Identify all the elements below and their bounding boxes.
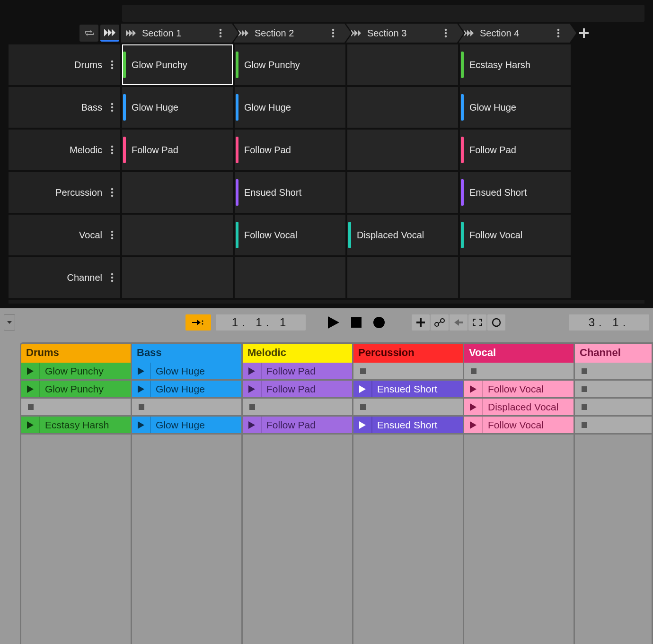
play-all-button[interactable] [100, 25, 119, 42]
empty-area[interactable] [575, 435, 653, 644]
session-clip[interactable]: Follow Vocal [464, 381, 574, 399]
clip-slot-empty[interactable] [460, 257, 571, 298]
clip-slot-empty[interactable] [235, 257, 345, 298]
clip-slot[interactable]: Displaced Vocal [347, 215, 458, 255]
session-clip[interactable]: Glow Huge [132, 381, 241, 399]
clip-play-button[interactable] [21, 417, 40, 433]
play-section-icon[interactable] [238, 28, 249, 38]
clip-slot-empty[interactable] [347, 172, 458, 213]
section-header-4[interactable]: Section 4 [459, 24, 570, 43]
clip-slot[interactable]: Follow Pad [122, 130, 233, 170]
clip-play-button[interactable] [353, 417, 372, 433]
clip-slot[interactable]: Ecstasy Harsh [460, 44, 571, 85]
session-clip[interactable]: Follow Vocal [464, 417, 574, 435]
clip-stop-button[interactable] [464, 363, 483, 379]
session-clip[interactable]: Ecstasy Harsh [21, 417, 131, 435]
session-clip-stop[interactable] [21, 399, 131, 417]
clip-slot[interactable]: Follow Vocal [460, 215, 571, 255]
overdub-button[interactable] [412, 314, 430, 331]
clip-play-button[interactable] [464, 381, 483, 397]
clip-slot-empty[interactable] [347, 130, 458, 170]
position-display-1[interactable]: 1. 1. 1 [216, 314, 306, 331]
clip-play-button[interactable] [464, 399, 483, 415]
follow-button[interactable] [185, 314, 211, 331]
session-clip-stop[interactable] [575, 399, 653, 417]
reenable-button[interactable] [450, 314, 468, 331]
record-button[interactable] [370, 314, 388, 331]
empty-area[interactable] [243, 435, 352, 644]
track-header-bass[interactable]: Bass [9, 87, 120, 128]
session-clip[interactable]: Follow Pad [243, 417, 352, 435]
track-menu-button[interactable] [111, 188, 114, 197]
clip-stop-button[interactable] [575, 381, 594, 397]
section-menu-button[interactable] [214, 28, 227, 38]
clip-stop-button[interactable] [353, 363, 372, 379]
clip-slot-empty[interactable] [347, 87, 458, 128]
empty-area[interactable] [21, 435, 131, 644]
session-clip-stop[interactable] [353, 399, 463, 417]
view-dropdown[interactable] [4, 314, 15, 331]
clip-slot[interactable]: Glow Punchy [122, 44, 233, 85]
track-menu-button[interactable] [111, 145, 114, 155]
clip-slot[interactable]: Follow Vocal [235, 215, 345, 255]
session-clip[interactable]: Ensued Short [353, 417, 463, 435]
session-clip[interactable]: Follow Pad [243, 363, 352, 381]
clip-play-button[interactable] [132, 381, 151, 397]
clip-slot[interactable]: Ensued Short [460, 172, 571, 213]
clip-slot[interactable]: Follow Pad [235, 130, 345, 170]
clip-stop-button[interactable] [575, 363, 594, 379]
clip-stop-button[interactable] [575, 399, 594, 415]
clip-play-button[interactable] [243, 417, 262, 433]
session-clip[interactable]: Glow Huge [132, 363, 241, 381]
track-header-melodic[interactable]: Melodic [9, 130, 120, 170]
session-clip-stop[interactable] [132, 399, 241, 417]
position-display-2[interactable]: 3. 1. [569, 314, 649, 331]
clip-slot-empty[interactable] [122, 257, 233, 298]
session-clip[interactable]: Glow Punchy [21, 381, 131, 399]
clip-stop-button[interactable] [132, 399, 151, 415]
session-track-header-bass[interactable]: Bass [132, 344, 243, 363]
section-header-2[interactable]: Section 2 [234, 24, 344, 43]
play-section-icon[interactable] [126, 28, 136, 38]
clip-slot[interactable]: Ensued Short [235, 172, 345, 213]
clip-stop-button[interactable] [243, 399, 262, 415]
session-clip[interactable]: Glow Punchy [21, 363, 131, 381]
empty-area[interactable] [464, 435, 574, 644]
session-clip-stop[interactable] [353, 363, 463, 381]
session-track-header-melodic[interactable]: Melodic [243, 344, 353, 363]
clip-play-button[interactable] [243, 363, 262, 379]
session-track-header-channel[interactable]: Channel [575, 344, 653, 363]
clip-play-button[interactable] [464, 417, 483, 433]
loop-toggle-button[interactable] [79, 25, 98, 42]
track-menu-button[interactable] [111, 273, 114, 282]
track-header-percussion[interactable]: Percussion [9, 172, 120, 213]
automation-button[interactable] [431, 314, 449, 331]
session-rec-button[interactable] [487, 314, 505, 331]
play-section-icon[interactable] [464, 28, 474, 38]
session-clip-stop[interactable] [464, 363, 574, 381]
section-header-3[interactable]: Section 3 [346, 24, 457, 43]
play-button[interactable] [325, 314, 343, 331]
clip-play-button[interactable] [21, 363, 40, 379]
session-track-header-drums[interactable]: Drums [21, 344, 132, 363]
session-clip-stop[interactable] [575, 381, 653, 399]
clip-slot[interactable]: Glow Punchy [235, 44, 345, 85]
session-clip[interactable]: Displaced Vocal [464, 399, 574, 417]
clip-play-button[interactable] [21, 381, 40, 397]
clip-play-button[interactable] [353, 381, 372, 397]
clip-stop-button[interactable] [575, 417, 594, 433]
session-clip-stop[interactable] [243, 399, 352, 417]
track-header-channel[interactable]: Channel [9, 257, 120, 298]
session-clip-stop[interactable] [575, 363, 653, 381]
clip-stop-button[interactable] [21, 399, 40, 415]
section-header-1[interactable]: Section 1 [121, 24, 232, 43]
capture-button[interactable] [468, 314, 486, 331]
clip-play-button[interactable] [132, 417, 151, 433]
clip-slot[interactable]: Follow Pad [460, 130, 571, 170]
clip-slot-empty[interactable] [347, 44, 458, 85]
session-clip[interactable]: Follow Pad [243, 381, 352, 399]
track-header-drums[interactable]: Drums [9, 44, 120, 85]
section-menu-button[interactable] [326, 28, 340, 38]
session-clip-stop[interactable] [575, 417, 653, 435]
stop-button[interactable] [347, 314, 365, 331]
